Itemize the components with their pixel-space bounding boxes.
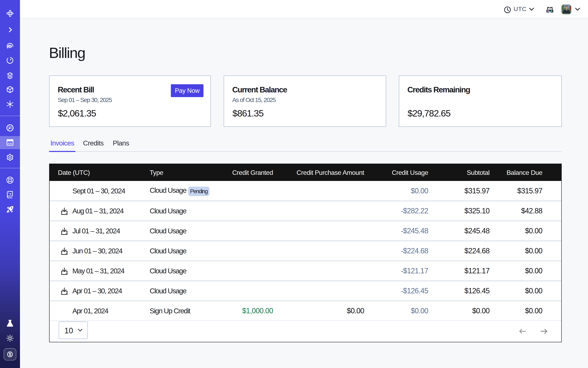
svg-text:$: $: [9, 352, 11, 357]
